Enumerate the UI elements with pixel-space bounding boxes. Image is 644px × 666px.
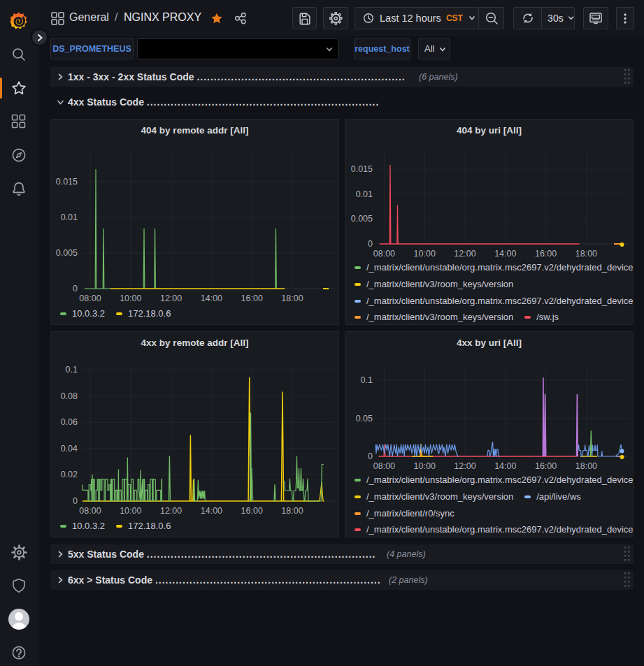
svg-text:0.1: 0.1 <box>66 365 78 375</box>
svg-text:12:00: 12:00 <box>454 249 475 259</box>
svg-text:14:00: 14:00 <box>494 461 516 471</box>
svg-text:16:00: 16:00 <box>535 461 557 471</box>
svg-text:08:00: 08:00 <box>373 461 395 471</box>
svg-text:18:00: 18:00 <box>281 506 303 516</box>
svg-text:12:00: 12:00 <box>160 506 182 516</box>
svg-text:0: 0 <box>73 496 78 506</box>
svg-text:0.05: 0.05 <box>356 414 373 424</box>
svg-text:16:00: 16:00 <box>241 506 263 516</box>
svg-text:0.01: 0.01 <box>356 189 373 199</box>
svg-text:10:00: 10:00 <box>414 461 436 471</box>
svg-text:0.015: 0.015 <box>56 177 78 187</box>
svg-text:0: 0 <box>368 451 373 461</box>
svg-text:14:00: 14:00 <box>494 249 516 259</box>
svg-text:12:00: 12:00 <box>454 461 475 471</box>
svg-text:0.01: 0.01 <box>61 212 78 222</box>
svg-text:0.06: 0.06 <box>61 417 78 427</box>
svg-text:0.08: 0.08 <box>61 391 78 401</box>
svg-text:0.02: 0.02 <box>61 470 78 479</box>
svg-text:0.015: 0.015 <box>351 164 373 174</box>
svg-text:10:00: 10:00 <box>414 249 436 259</box>
svg-text:14:00: 14:00 <box>201 506 222 516</box>
svg-text:16:00: 16:00 <box>535 249 557 259</box>
svg-text:18:00: 18:00 <box>281 294 303 303</box>
svg-text:0.005: 0.005 <box>56 248 78 258</box>
svg-text:0.1: 0.1 <box>361 375 373 385</box>
svg-text:08:00: 08:00 <box>79 506 101 516</box>
svg-text:10:00: 10:00 <box>120 506 141 516</box>
svg-text:08:00: 08:00 <box>373 249 395 259</box>
svg-text:0: 0 <box>368 239 373 249</box>
svg-text:0: 0 <box>73 284 78 294</box>
svg-text:16:00: 16:00 <box>241 294 263 303</box>
svg-text:08:00: 08:00 <box>79 294 101 303</box>
svg-text:18:00: 18:00 <box>575 249 597 259</box>
svg-text:12:00: 12:00 <box>160 294 182 303</box>
svg-text:10:00: 10:00 <box>120 294 141 303</box>
svg-text:0.005: 0.005 <box>351 214 373 224</box>
svg-text:18:00: 18:00 <box>575 461 597 471</box>
svg-text:14:00: 14:00 <box>201 294 222 303</box>
svg-text:0.04: 0.04 <box>61 444 78 454</box>
